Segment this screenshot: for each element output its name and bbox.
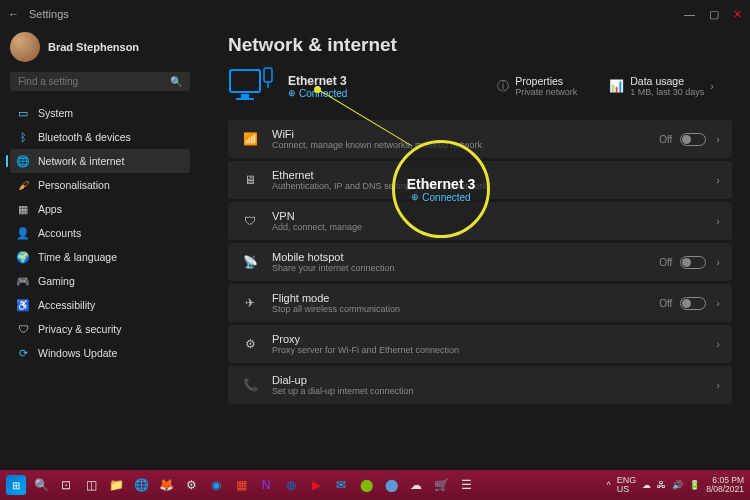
sidebar-item-gaming[interactable]: 🎮Gaming (10, 269, 190, 293)
app-icon[interactable]: ◉ (206, 475, 226, 495)
app-icon[interactable]: ☰ (456, 475, 476, 495)
row-flight-mode[interactable]: ✈Flight modeStop all wireless communicat… (228, 284, 732, 322)
taskbar[interactable]: ⊞ 🔍 ⊡ ◫ 📁 🌐 🦊 ⚙ ◉ ▦ N ◍ ▶ ✉ ⬤ ⬤ ☁ 🛒 ☰ ^ … (0, 470, 750, 500)
app-icon[interactable]: ◍ (281, 475, 301, 495)
start-button[interactable]: ⊞ (6, 475, 26, 495)
close-button[interactable]: ✕ (733, 8, 742, 21)
row-title: VPN (272, 210, 716, 222)
row-sub: Add, connect, manage (272, 222, 716, 232)
app-icon[interactable]: ▦ (231, 475, 251, 495)
chevron-right-icon: › (716, 256, 720, 268)
svg-rect-2 (236, 98, 254, 100)
sidebar-item-windows-update[interactable]: ⟳Windows Update (10, 341, 190, 365)
toggle-switch[interactable] (680, 133, 706, 146)
task-view-icon[interactable]: ⊡ (56, 475, 76, 495)
chevron-right-icon: › (716, 215, 720, 227)
row-sub: Share your internet connection (272, 263, 659, 273)
sidebar-item-apps[interactable]: ▦Apps (10, 197, 190, 221)
nav-label: Personalisation (38, 179, 110, 191)
properties-card[interactable]: ⓘ Properties Private network (497, 75, 577, 97)
firefox-icon[interactable]: 🦊 (156, 475, 176, 495)
sidebar-item-bluetooth-devices[interactable]: ᛒBluetooth & devices (10, 125, 190, 149)
chevron-right-icon: › (716, 379, 720, 391)
search-box[interactable]: 🔍 (10, 72, 190, 91)
tray-network-icon[interactable]: 🖧 (657, 480, 666, 490)
svg-rect-3 (264, 68, 272, 82)
row-wifi[interactable]: 📶WiFiConnect, manage known networks, met… (228, 120, 732, 158)
chevron-right-icon: › (716, 174, 720, 186)
widgets-icon[interactable]: ◫ (81, 475, 101, 495)
row-title: Dial-up (272, 374, 716, 386)
svg-rect-0 (230, 70, 260, 92)
search-input[interactable] (18, 76, 170, 87)
tray-chevron-icon[interactable]: ^ (606, 480, 610, 490)
row-icon: 📡 (240, 255, 260, 269)
search-taskbar-icon[interactable]: 🔍 (31, 475, 51, 495)
app-icon[interactable]: ▶ (306, 475, 326, 495)
chevron-right-icon: › (710, 80, 714, 92)
sidebar-item-time-language[interactable]: 🌍Time & language (10, 245, 190, 269)
tray-cloud-icon[interactable]: ☁ (642, 480, 651, 490)
back-button[interactable]: ← (8, 8, 19, 20)
toggle-switch[interactable] (680, 256, 706, 269)
connection-summary[interactable]: Ethernet 3 Connected (288, 74, 347, 99)
app-icon[interactable]: N (256, 475, 276, 495)
edge-icon[interactable]: 🌐 (131, 475, 151, 495)
nav-icon: 👤 (16, 226, 30, 240)
window-title: Settings (29, 8, 684, 20)
maximize-button[interactable]: ▢ (709, 8, 719, 21)
explorer-icon[interactable]: 📁 (106, 475, 126, 495)
row-ethernet[interactable]: 🖥EthernetAuthentication, IP and DNS sett… (228, 161, 732, 199)
nav-label: Time & language (38, 251, 117, 263)
row-proxy[interactable]: ⚙ProxyProxy server for Wi-Fi and Etherne… (228, 325, 732, 363)
tray-battery-icon[interactable]: 🔋 (689, 480, 700, 490)
app-icon[interactable]: 🛒 (431, 475, 451, 495)
sidebar-item-personalisation[interactable]: 🖌Personalisation (10, 173, 190, 197)
row-dial-up[interactable]: 📞Dial-upSet up a dial-up internet connec… (228, 366, 732, 404)
row-title: Ethernet (272, 169, 716, 181)
svg-rect-1 (241, 94, 249, 98)
app-icon[interactable]: ⬤ (356, 475, 376, 495)
user-profile[interactable]: Brad Stephenson (10, 32, 190, 62)
row-sub: Connect, manage known networks, metered … (272, 140, 659, 150)
sidebar-item-privacy-security[interactable]: 🛡Privacy & security (10, 317, 190, 341)
app-icon[interactable]: ⬤ (381, 475, 401, 495)
sidebar: Brad Stephenson 🔍 ▭SystemᛒBluetooth & de… (0, 28, 200, 470)
nav-icon: 🖌 (16, 178, 30, 192)
app-icon[interactable]: ☁ (406, 475, 426, 495)
row-sub: Stop all wireless communication (272, 304, 659, 314)
row-title: Mobile hotspot (272, 251, 659, 263)
minimize-button[interactable]: — (684, 8, 695, 21)
toggle-state: Off (659, 298, 672, 309)
sidebar-item-network-internet[interactable]: 🌐Network & internet (10, 149, 190, 173)
tray-volume-icon[interactable]: 🔊 (672, 480, 683, 490)
row-title: WiFi (272, 128, 659, 140)
toggle-switch[interactable] (680, 297, 706, 310)
toggle-state: Off (659, 134, 672, 145)
settings-icon[interactable]: ⚙ (181, 475, 201, 495)
row-sub: Proxy server for Wi-Fi and Ethernet conn… (272, 345, 716, 355)
nav-label: Privacy & security (38, 323, 121, 335)
search-icon: 🔍 (170, 76, 182, 87)
nav-label: Apps (38, 203, 62, 215)
page-title: Network & internet (228, 34, 732, 56)
row-title: Proxy (272, 333, 716, 345)
tray-clock[interactable]: 6:05 PM 8/08/2021 (706, 476, 744, 495)
nav-icon: 🎮 (16, 274, 30, 288)
toggle-state: Off (659, 257, 672, 268)
app-icon[interactable]: ✉ (331, 475, 351, 495)
sidebar-item-system[interactable]: ▭System (10, 101, 190, 125)
nav-icon: 🛡 (16, 322, 30, 336)
nav-label: Gaming (38, 275, 75, 287)
sidebar-item-accessibility[interactable]: ♿Accessibility (10, 293, 190, 317)
sidebar-item-accounts[interactable]: 👤Accounts (10, 221, 190, 245)
username: Brad Stephenson (48, 41, 139, 53)
row-icon: ✈ (240, 296, 260, 310)
nav-icon: ▦ (16, 202, 30, 216)
tray-lang[interactable]: ENG US (617, 476, 637, 494)
row-mobile-hotspot[interactable]: 📡Mobile hotspotShare your internet conne… (228, 243, 732, 281)
row-vpn[interactable]: 🛡VPNAdd, connect, manage› (228, 202, 732, 240)
nav-icon: ▭ (16, 106, 30, 120)
nav-icon: ♿ (16, 298, 30, 312)
data-usage-card[interactable]: 📊 Data usage 1 MB, last 30 days › (609, 75, 714, 97)
